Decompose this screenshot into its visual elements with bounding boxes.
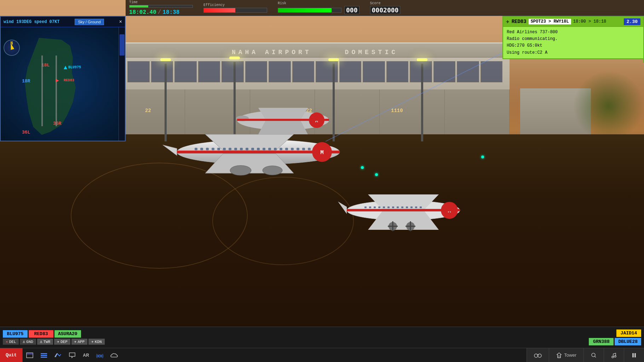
svg-point-70 [99, 355, 101, 357]
radio-status: Radio communicating. [507, 36, 640, 42]
func-dep-btn[interactable]: ✈ DEP [54, 339, 70, 345]
toolbar-weather-btn[interactable] [107, 348, 122, 362]
sky-ground-button[interactable]: Sky / Ground [75, 19, 104, 25]
toolbar-tower-btn[interactable]: Tower [549, 348, 583, 362]
toolbar-right: Tower [527, 348, 644, 362]
toolbar-music-btn[interactable] [604, 348, 624, 362]
strip-row-func: ✕ DEL ⚓ GND ⚓ TWR ✈ DEP ✈ APP [3, 339, 105, 345]
svg-rect-28 [297, 148, 299, 150]
svg-rect-17 [234, 148, 237, 150]
toolbar-strips-btn[interactable] [37, 348, 51, 362]
tower-label: Tower [564, 352, 576, 358]
terminal-window [457, 61, 479, 82]
radar-island [22, 38, 79, 137]
radar-blip-BLU975[interactable]: BLU975 [64, 65, 81, 69]
callsign: RED83 [512, 19, 527, 24]
tower-icon [556, 352, 562, 358]
svg-rect-62 [415, 206, 417, 208]
func-app-btn[interactable]: ✈ APP [71, 339, 87, 345]
strip-BLU975[interactable]: BLU975 [3, 330, 28, 338]
svg-rect-19 [246, 148, 248, 150]
radar-blip-RED83[interactable]: RED83 [56, 78, 74, 82]
terminal-window [386, 61, 409, 82]
svg-point-78 [612, 356, 614, 358]
toolbar-route-btn[interactable] [51, 348, 65, 362]
strip-GRN388[interactable]: GRN388 [589, 338, 614, 345]
radar-close-button[interactable]: × [119, 19, 122, 25]
strip-row-top: BLU975 RED83 ASURA20 [3, 330, 105, 338]
vegetation [573, 71, 644, 141]
main-viewport: NAHA AIRPORT DOMESTIC [0, 0, 644, 362]
svg-rect-59 [401, 206, 403, 208]
svg-rect-25 [280, 148, 282, 150]
svg-rect-11 [200, 148, 203, 150]
func-del-btn[interactable]: ✕ DEL [3, 339, 19, 345]
svg-marker-33 [258, 108, 308, 119]
svg-rect-20 [251, 148, 254, 150]
toolbar-chat-btn[interactable] [65, 348, 79, 362]
terminal-window [245, 61, 268, 82]
svg-point-5 [230, 165, 251, 175]
aircraft-turboprop[interactable]: M [333, 180, 474, 246]
strip-RED83[interactable]: RED83 [29, 330, 53, 338]
radar-map[interactable]: N 18L 18R 36R 36L BLU975 R [1, 27, 125, 141]
ground-marker [361, 166, 364, 169]
svg-marker-41 [338, 202, 347, 214]
strip-DBLUE28[interactable]: DBLUE28 [615, 338, 641, 345]
svg-rect-12 [206, 148, 209, 150]
radar-scrollbar[interactable] [119, 27, 125, 141]
toolbar-binoculars-btn[interactable] [527, 348, 549, 362]
quit-button[interactable]: Quit [0, 348, 22, 362]
toolbar-search-btn[interactable] [583, 348, 604, 362]
app-label: APP [77, 340, 85, 344]
strip-group-right: JAID14 GRN388 DBLUE28 [589, 329, 641, 345]
toolbar-pause-btn[interactable] [624, 348, 644, 362]
ar-label: AR [83, 353, 89, 358]
toolbar-ar-btn[interactable]: AR [79, 348, 92, 362]
lamp-head [160, 58, 171, 61]
hud-time-section: Time 18:02.40 / 18:38 [129, 0, 193, 16]
blip-arrow-RED83 [56, 79, 63, 82]
hdg-gs: HDG:270 GS:0kt [507, 42, 640, 49]
svg-marker-74 [557, 353, 561, 358]
dep-label: DEP [61, 340, 68, 344]
toolbar-view-btn[interactable] [23, 348, 37, 362]
func-kdn-btn[interactable]: ✈ KDN [88, 339, 104, 345]
radar-header: wind 193DEG speed 07KT Sky / Ground × [1, 17, 125, 27]
terminal-window [481, 61, 503, 82]
svg-rect-15 [223, 148, 226, 150]
strip-JAID14[interactable]: JAID14 [616, 329, 641, 337]
app-icon: ✈ [74, 339, 77, 344]
radar-runway-18R [41, 56, 43, 126]
hud-top-bar: Time 18:02.40 / 18:38 Efficiency Risk [126, 0, 644, 16]
lamp-post [421, 64, 423, 141]
svg-rect-58 [397, 206, 399, 208]
pause-icon [631, 352, 637, 358]
svg-rect-10 [195, 148, 197, 150]
svg-rect-30 [308, 148, 311, 150]
svg-text:M: M [320, 150, 324, 156]
func-gnd-btn[interactable]: ⚓ GND [20, 339, 36, 345]
gnd-label: GND [26, 340, 33, 344]
bottom-toolbar: Quit [0, 348, 644, 362]
svg-marker-32 [258, 121, 308, 134]
cloud-icon [110, 352, 118, 358]
hud-score-section: Score 0002000 [370, 1, 401, 14]
wind-info: wind 193DEG speed 07KT [4, 19, 59, 24]
twr-icon: ⚓ [40, 339, 42, 344]
aircraft-bg-svg: M [230, 95, 336, 145]
strip-ASURA20[interactable]: ASURA20 [54, 330, 81, 338]
tarmac-number: 1110 [391, 108, 403, 113]
radar-scroll-thumb[interactable] [120, 34, 125, 56]
svg-rect-26 [285, 148, 288, 150]
svg-rect-24 [274, 148, 277, 150]
svg-rect-37 [237, 119, 329, 121]
func-twr-btn[interactable]: ⚓ TWR [37, 339, 53, 345]
toolbar-radio-btn[interactable] [93, 348, 107, 362]
twr-label: TWR [44, 340, 51, 344]
flight-strips: BLU975 RED83 ASURA20 ✕ DEL ⚓ GND ⚓ TWR [0, 327, 644, 348]
svg-rect-56 [387, 206, 390, 208]
radar-panel[interactable]: wind 193DEG speed 07KT Sky / Ground × N … [0, 16, 126, 141]
terminal-window [433, 61, 456, 82]
svg-rect-60 [406, 206, 408, 208]
